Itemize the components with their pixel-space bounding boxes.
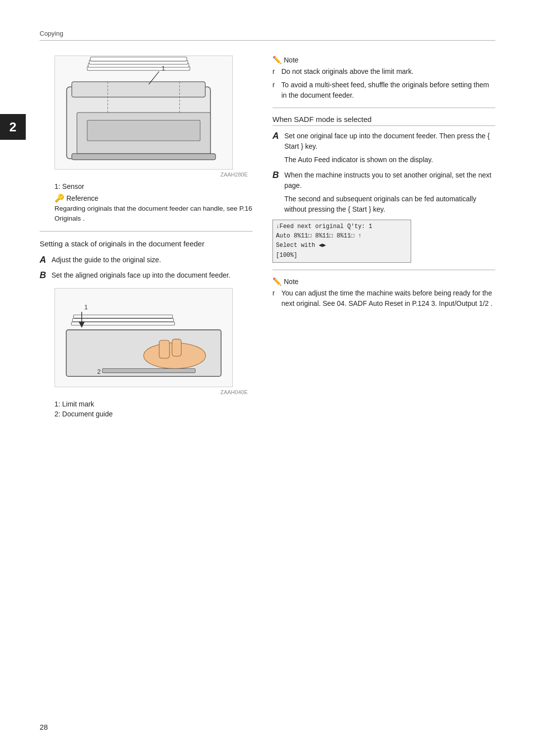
note2-label: ✏️ Note: [272, 277, 495, 286]
note-bullet-1: r: [272, 66, 278, 77]
step-a-letter: A: [40, 255, 49, 266]
section-title: Copying: [40, 30, 63, 37]
limit-mark-label: 1: Limit mark: [54, 400, 253, 408]
svg-rect-15: [72, 318, 173, 321]
right-column: ✏️ Note r Do not stack originals above t…: [272, 56, 495, 418]
svg-rect-11: [87, 120, 200, 141]
display-line1: ↓Feed next original Q'ty: 1: [276, 222, 408, 232]
note-item-1: r Do not stack originals above the limit…: [272, 66, 495, 77]
left-column: 1 ZAAH280E 1: Sensor 🔑 Reference Regardi…: [40, 56, 253, 418]
sadf-step-a-letter: A: [272, 131, 281, 142]
sadf-step-b-text: When the machine instructs you to set an…: [284, 170, 495, 191]
note-bullet-3: r: [272, 288, 278, 309]
note1-icon: ✏️: [272, 56, 282, 64]
reference-label: 🔑 Reference: [54, 193, 253, 203]
note1-label: ✏️ Note: [272, 56, 495, 64]
note-block-1: ✏️ Note r Do not stack originals above t…: [272, 56, 495, 101]
note-block-2: ✏️ Note r You can adjust the time the ma…: [272, 277, 495, 309]
sadf-step-b-sub: The second and subsequent originals can …: [284, 194, 495, 215]
reference-block: 🔑 Reference Regarding originals that the…: [54, 193, 253, 224]
display-line2: Auto 8%11□ 8%11□ 8%11□ ↑: [276, 232, 408, 241]
step-b: B Set the aligned originals face up into…: [40, 270, 253, 281]
sadf-step-b-letter: B: [272, 170, 281, 181]
step-b-letter: B: [40, 270, 49, 281]
divider-note2: [272, 270, 495, 270]
sadf-step-a: A Set one original face up into the docu…: [272, 131, 495, 165]
svg-rect-16: [73, 315, 172, 318]
section-heading: Setting a stack of originals in the docu…: [40, 238, 253, 249]
note-item-3: r You can adjust the time the machine wa…: [272, 288, 495, 309]
image2-caption: ZAAH040E: [54, 389, 248, 395]
svg-rect-1: [72, 82, 205, 97]
svg-rect-5: [90, 57, 187, 61]
step-a: A Adjust the guide to the original size.: [40, 255, 253, 266]
chapter-marker: 2: [0, 114, 26, 140]
header: Copying: [40, 30, 495, 41]
svg-rect-21: [172, 339, 181, 356]
sadf-step-a-text: Set one original face up into the docume…: [284, 131, 495, 152]
display-box: ↓Feed next original Q'ty: 1 Auto 8%11□ 8…: [272, 220, 411, 263]
svg-text:2: 2: [97, 368, 101, 375]
document-guide-label: 2: Document guide: [54, 410, 253, 418]
two-column-layout: 1 ZAAH280E 1: Sensor 🔑 Reference Regardi…: [40, 56, 495, 418]
document-feeder-image: 1: [54, 56, 233, 170]
page-number: 28: [40, 723, 48, 731]
note2-icon: ✏️: [272, 277, 282, 286]
sadf-step-a-sub: The Auto Feed indicator is shown on the …: [284, 155, 495, 165]
display-line3: Select with ◀▶: [276, 241, 408, 250]
note-item-2: r To avoid a multi-sheet feed, shuffle t…: [272, 80, 495, 101]
chapter-number: 2: [9, 119, 16, 135]
sensor-label: 1: Sensor: [54, 182, 253, 190]
reference-title: Reference: [66, 194, 99, 202]
note-text-2: To avoid a multi-sheet feed, shuffle the…: [281, 80, 495, 101]
reference-text: Regarding originals that the document fe…: [54, 204, 253, 224]
reference-icon: 🔑: [54, 193, 64, 203]
divider1: [40, 231, 253, 232]
step-a-text: Adjust the guide to the original size.: [52, 255, 161, 265]
note2-title: Note: [284, 278, 299, 286]
svg-text:1: 1: [161, 65, 165, 72]
sadf-step-b: B When the machine instructs you to set …: [272, 170, 495, 215]
display-line4: [100%]: [276, 251, 408, 260]
image1-caption: ZAAH280E: [54, 172, 248, 177]
svg-rect-12: [72, 154, 215, 160]
svg-rect-14: [71, 322, 174, 325]
svg-rect-23: [103, 368, 196, 372]
note-text-1: Do not stack originals above the limit m…: [281, 66, 414, 77]
svg-text:1: 1: [84, 303, 88, 310]
note-bullet-2: r: [272, 80, 278, 101]
step-b-text: Set the aligned originals face up into t…: [52, 270, 230, 281]
limit-mark-image: 1 2: [54, 288, 233, 387]
page: Copying 2: [0, 0, 535, 756]
svg-rect-20: [159, 340, 169, 358]
sadf-heading: When SADF mode is selected: [272, 115, 495, 126]
note-text-3: You can adjust the time the machine wait…: [281, 288, 495, 309]
divider-right: [272, 108, 495, 108]
note1-title: Note: [284, 56, 299, 64]
